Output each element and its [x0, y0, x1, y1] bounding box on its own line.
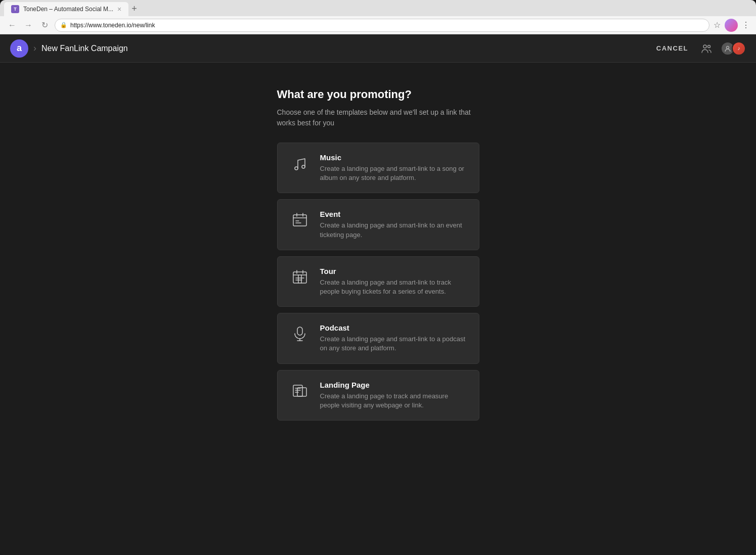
svg-rect-14 [293, 385, 302, 396]
avatar-user2: ♪ [732, 41, 746, 56]
new-tab-button[interactable]: + [128, 4, 140, 14]
browser-profile-avatar[interactable] [725, 19, 738, 32]
lock-icon: 🔒 [60, 22, 67, 28]
option-desc-event: Create a landing page and smart-link to … [320, 221, 467, 239]
address-bar-row: ← → ↻ 🔒 https://www.toneden.io/new/link … [0, 16, 756, 34]
svg-point-1 [708, 45, 710, 48]
app-container: a › New FanLink Campaign CANCEL [0, 34, 756, 555]
tab-title: ToneDen – Automated Social M... [23, 6, 113, 13]
landing-page-icon [290, 381, 310, 401]
os-frame: T ToneDen – Automated Social M... × + ← … [0, 0, 756, 555]
address-text: https://www.toneden.io/new/link [70, 22, 155, 29]
user-avatars: ♪ [721, 41, 746, 56]
option-desc-tour: Create a landing page and smart-link to … [320, 278, 467, 296]
svg-point-3 [295, 167, 298, 170]
option-desc-music: Create a landing page and smart-link to … [320, 164, 467, 182]
tab-close-button[interactable]: × [117, 5, 121, 13]
browser-tab[interactable]: T ToneDen – Automated Social M... × [4, 2, 128, 16]
page-title: New FanLink Campaign [41, 44, 128, 53]
reload-button[interactable]: ↻ [38, 19, 51, 31]
breadcrumb-separator: › [33, 43, 36, 54]
tab-favicon: T [11, 5, 19, 13]
app-header: a › New FanLink Campaign CANCEL [0, 34, 756, 63]
option-text-landing-page: Landing Page Create a landing page to tr… [320, 381, 467, 410]
option-title-music: Music [320, 153, 467, 162]
svg-point-2 [727, 46, 729, 49]
address-bar[interactable]: 🔒 https://www.toneden.io/new/link [55, 19, 709, 32]
option-card-landing-page[interactable]: Landing Page Create a landing page to tr… [277, 370, 479, 421]
option-text-music: Music Create a landing page and smart-li… [320, 153, 467, 182]
browser-menu-icon[interactable]: ⋮ [742, 20, 750, 30]
main-content: What are you promoting? Choose one of th… [0, 63, 756, 555]
option-desc-landing-page: Create a landing page to track and measu… [320, 392, 467, 410]
tour-icon [290, 267, 310, 287]
option-card-podcast[interactable]: Podcast Create a landing page and smart-… [277, 313, 479, 363]
section-description: Choose one of the templates below and we… [277, 107, 479, 128]
tab-bar: T ToneDen – Automated Social M... × + [0, 0, 756, 16]
option-text-event: Event Create a landing page and smart-li… [320, 210, 467, 239]
option-card-event[interactable]: Event Create a landing page and smart-li… [277, 199, 479, 250]
option-title-tour: Tour [320, 267, 467, 275]
option-title-landing-page: Landing Page [320, 381, 467, 389]
cancel-button[interactable]: CANCEL [651, 41, 693, 55]
section-title: What are you promoting? [277, 88, 479, 101]
svg-rect-15 [297, 388, 306, 396]
app-logo: a [10, 39, 28, 58]
forward-button[interactable]: → [22, 19, 34, 31]
option-desc-podcast: Create a landing page and smart-link to … [320, 335, 467, 353]
event-icon [290, 210, 310, 230]
podcast-icon [290, 323, 310, 344]
svg-point-4 [302, 165, 305, 168]
svg-rect-5 [293, 215, 306, 226]
option-card-tour[interactable]: Tour Create a landing page and smart-lin… [277, 256, 479, 307]
bookmark-icon[interactable]: ☆ [714, 20, 721, 30]
option-card-music[interactable]: Music Create a landing page and smart-li… [277, 143, 479, 193]
option-text-podcast: Podcast Create a landing page and smart-… [320, 323, 467, 353]
back-button[interactable]: ← [6, 19, 18, 31]
content-panel: What are you promoting? Choose one of th… [277, 88, 479, 530]
music-icon [290, 153, 310, 173]
svg-rect-11 [297, 327, 302, 335]
svg-point-0 [703, 45, 706, 48]
option-title-event: Event [320, 210, 467, 218]
option-text-tour: Tour Create a landing page and smart-lin… [320, 267, 467, 296]
svg-rect-6 [293, 272, 306, 283]
team-icon[interactable] [697, 39, 716, 58]
option-title-podcast: Podcast [320, 323, 467, 332]
